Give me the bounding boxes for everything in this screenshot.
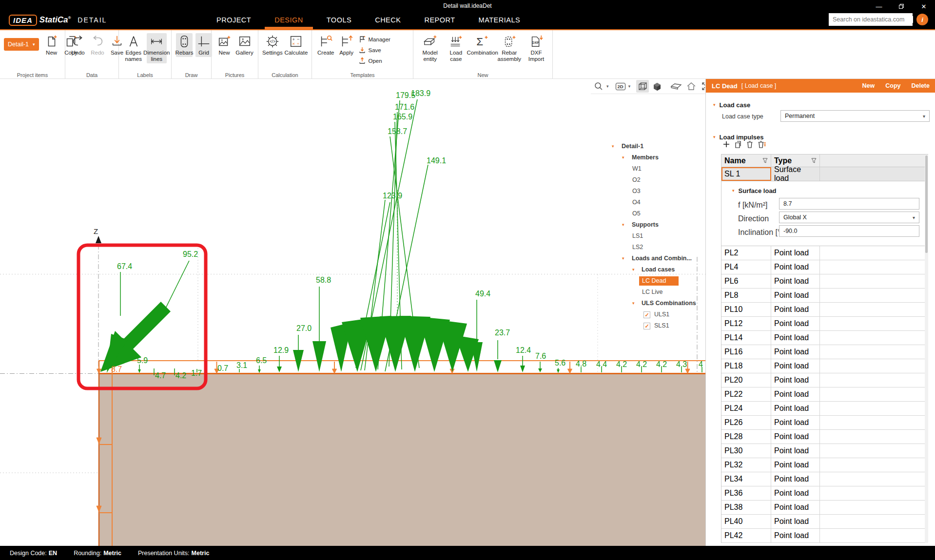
tree-item-loads-and-combin-[interactable]: ▾Loads and Combin... xyxy=(609,253,705,265)
delete-impulse-icon[interactable] xyxy=(746,140,754,148)
f-value-field[interactable] xyxy=(783,200,915,207)
row-name-cell[interactable]: PL26 xyxy=(721,416,771,429)
surface-load-section-header[interactable]: ▾ Surface load xyxy=(732,187,777,194)
rebars-toggle[interactable]: Rebars xyxy=(176,33,193,57)
row-name-cell[interactable]: PL22 xyxy=(721,387,771,401)
new-load-button[interactable]: New xyxy=(862,82,875,89)
row-name-cell[interactable]: PL32 xyxy=(721,458,771,472)
checkbox[interactable]: ✓ xyxy=(643,323,650,329)
create-template-button[interactable]: Create xyxy=(316,33,335,57)
sl1-type-cell[interactable]: Surface load xyxy=(771,167,820,181)
apply-template-button[interactable]: Apply xyxy=(338,33,355,57)
row-name-cell[interactable]: PL36 xyxy=(721,486,771,500)
new-load-case-button[interactable]: Load case xyxy=(445,33,467,63)
filter-icon[interactable] xyxy=(811,158,817,163)
row-name-cell[interactable]: PL28 xyxy=(721,430,771,444)
table-row[interactable]: PL10Point load xyxy=(721,303,925,317)
view-2d-button[interactable]: 2D xyxy=(615,82,626,91)
edges-names-toggle[interactable]: Edges names xyxy=(123,33,144,63)
tree-item-load-cases[interactable]: ▾Load cases xyxy=(609,265,705,276)
row-type-cell[interactable]: Point load xyxy=(771,529,820,542)
row-name-cell[interactable]: PL10 xyxy=(721,303,771,316)
chevron-down-icon[interactable]: ▾ xyxy=(632,267,635,272)
load-case-section-header[interactable]: ▾ Load case xyxy=(713,101,750,109)
new-model-entity-button[interactable]: Model entity xyxy=(418,33,442,63)
row-type-cell[interactable]: Point load xyxy=(771,472,820,486)
table-scrollbar-thumb[interactable] xyxy=(925,155,928,253)
table-row[interactable]: PL36Point load xyxy=(721,486,925,501)
table-row[interactable]: PL38Point load xyxy=(721,501,925,515)
menu-check[interactable]: CHECK xyxy=(363,12,412,29)
info-button[interactable]: i xyxy=(916,14,928,25)
restore-button[interactable] xyxy=(890,0,913,13)
copy-impulse-icon[interactable] xyxy=(734,140,742,148)
model-canvas[interactable]: Z xyxy=(0,79,705,546)
row-name-cell[interactable]: PL8 xyxy=(721,289,771,302)
menu-project[interactable]: PROJECT xyxy=(205,12,263,29)
row-name-cell[interactable]: PL4 xyxy=(721,260,771,274)
calculate-button[interactable]: + − × ÷ Calculate xyxy=(285,33,307,57)
row-type-cell[interactable]: Point load xyxy=(771,387,820,401)
f-input[interactable] xyxy=(779,198,919,210)
tree-item-lc-live[interactable]: LC Live xyxy=(609,287,705,298)
tree-item-uls1[interactable]: ✓ULS1 xyxy=(609,309,705,321)
table-row[interactable]: PL12Point load xyxy=(721,317,925,331)
new-picture-button[interactable]: New xyxy=(216,33,233,57)
table-row[interactable]: PL30Point load xyxy=(721,444,925,458)
row-name-cell[interactable]: PL34 xyxy=(721,472,771,486)
table-row[interactable]: PL24Point load xyxy=(721,402,925,416)
row-type-cell[interactable]: Point load xyxy=(771,303,820,316)
row-type-cell[interactable]: Point load xyxy=(771,501,820,514)
gallery-button[interactable]: Gallery xyxy=(235,33,253,57)
dxf-import-button[interactable]: DXF DXF Import xyxy=(525,33,548,63)
table-row[interactable]: PL40Point load xyxy=(721,515,925,529)
table-row[interactable]: PL42Point load xyxy=(721,529,925,543)
row-name-cell[interactable]: PL20 xyxy=(721,373,771,387)
row-name-cell[interactable]: PL18 xyxy=(721,359,771,373)
table-row[interactable]: PL2Point load xyxy=(721,246,925,260)
row-type-cell[interactable]: Point load xyxy=(771,345,820,359)
row-type-cell[interactable]: Point load xyxy=(771,274,820,288)
checkbox[interactable]: ✓ xyxy=(643,311,650,318)
chevron-down-icon[interactable]: ▾ xyxy=(622,155,624,160)
chevron-down-icon[interactable]: ▾ xyxy=(606,84,609,89)
detail-selector[interactable]: Detail-1▾ xyxy=(4,38,39,51)
table-row[interactable]: PL34Point load xyxy=(721,472,925,486)
copy-load-button[interactable]: Copy xyxy=(885,82,900,89)
chevron-down-icon[interactable]: ▾ xyxy=(622,222,624,227)
inclination-value-field[interactable] xyxy=(783,228,915,234)
tree-item-o2[interactable]: O2 xyxy=(609,175,705,186)
tree-item-detail-1[interactable]: ▾Detail-1 xyxy=(609,141,705,153)
row-name-cell[interactable]: PL2 xyxy=(721,246,771,260)
minimize-button[interactable]: — xyxy=(868,0,890,13)
table-row[interactable]: PL26Point load xyxy=(721,416,925,430)
chevron-down-icon[interactable]: ▾ xyxy=(628,84,631,89)
table-row[interactable]: PL32Point load xyxy=(721,458,925,472)
point-load-arrows[interactable] xyxy=(100,302,560,373)
row-type-cell[interactable]: Point load xyxy=(771,416,820,429)
row-type-cell[interactable]: Point load xyxy=(771,430,820,444)
menu-tools[interactable]: TOOLS xyxy=(315,12,363,29)
table-row[interactable]: PL18Point load xyxy=(721,359,925,373)
row-name-cell[interactable]: PL38 xyxy=(721,501,771,514)
load-impulses-section-header[interactable]: ▾ Load impulses xyxy=(713,134,764,141)
menu-design[interactable]: DESIGN xyxy=(263,12,315,29)
row-type-cell[interactable]: Point load xyxy=(771,246,820,260)
tree-item-sls1[interactable]: ✓SLS1 xyxy=(609,321,705,332)
sl1-name-cell[interactable]: SL 1 xyxy=(721,167,771,181)
row-type-cell[interactable]: Point load xyxy=(771,317,820,330)
new-project-item-button[interactable]: New xyxy=(43,33,60,57)
tree-item-w1[interactable]: W1 xyxy=(609,164,705,175)
row-name-cell[interactable]: PL42 xyxy=(721,529,771,542)
inclination-input[interactable] xyxy=(779,225,919,237)
menu-report[interactable]: REPORT xyxy=(412,12,467,29)
home-view-button[interactable] xyxy=(685,80,698,93)
row-type-cell[interactable]: Point load xyxy=(771,515,820,528)
fit-view-button[interactable] xyxy=(700,80,705,93)
table-row[interactable]: PL14Point load xyxy=(721,331,925,345)
tree-item-o4[interactable]: O4 xyxy=(609,197,705,209)
table-row-selected[interactable]: SL 1 Surface load xyxy=(721,167,925,181)
direction-select[interactable]: Global X ▾ xyxy=(779,212,919,223)
search-input[interactable] xyxy=(829,16,913,23)
dimension-lines-toggle[interactable]: Dimension lines xyxy=(147,33,167,63)
